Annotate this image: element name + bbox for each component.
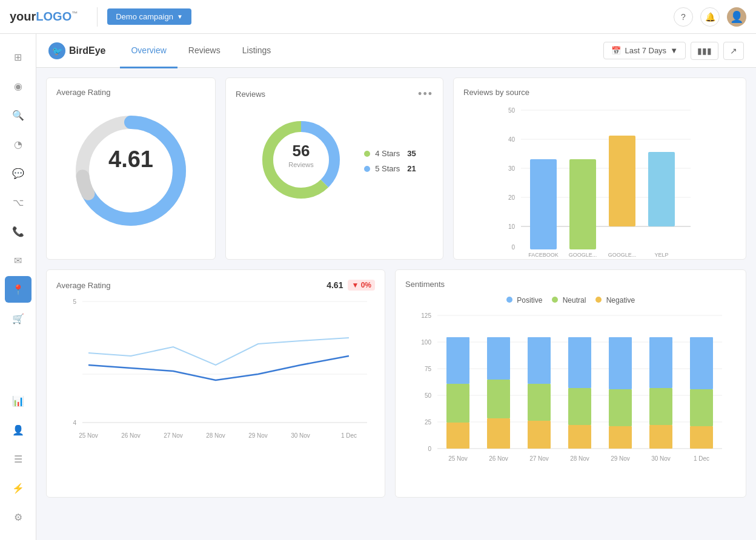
left-sidebar: ⊞ ◉ 🔍 ◔ 💬 ⌥ 📞 ✉ 📍 🛒 📊 👤 ☰ ⚡ ⚙ (0, 34, 36, 540)
home-icon: ⊞ (14, 51, 22, 63)
help-button[interactable]: ? (674, 7, 693, 27)
sidebar-item-list[interactable]: ☰ (5, 446, 31, 472)
content-area: 🐦 BirdEye Overview Reviews Listings 📅 La… (36, 34, 756, 540)
sub-nav: 🐦 BirdEye Overview Reviews Listings 📅 La… (36, 34, 756, 68)
sidebar-item-chat[interactable]: 💬 (5, 160, 31, 186)
sidebar-item-mail[interactable]: ✉ (5, 247, 31, 274)
bar2-pos (487, 337, 510, 380)
svg-text:GOOGLE...: GOOGLE... (608, 252, 637, 258)
sidebar-item-user[interactable]: 👤 (5, 417, 31, 443)
sub-nav-right: 📅 Last 7 Days ▼ ▮▮▮ ↗ (603, 42, 744, 60)
sentiment-legend: Positive Neutral Negative (405, 296, 736, 305)
svg-text:29 Nov: 29 Nov (248, 432, 268, 439)
bar-yelp (648, 152, 675, 226)
dashboard-icon: ◉ (14, 81, 22, 92)
tab-reviews[interactable]: Reviews (177, 35, 231, 68)
sidebar-item-funnel[interactable]: ⌥ (5, 189, 31, 216)
svg-text:30: 30 (508, 165, 516, 172)
bar4-pos (568, 337, 591, 388)
svg-text:25 Nov: 25 Nov (79, 432, 98, 439)
share-button[interactable]: ↗ (723, 42, 744, 60)
sidebar-item-cart[interactable]: 🛒 (5, 305, 31, 332)
bottom-row: Average Rating 4.61 ▼ 0% (46, 269, 746, 498)
positive-legend-item: Positive (506, 296, 542, 305)
svg-text:Reviews: Reviews (288, 161, 314, 168)
dashboard: Average Rating 4.61 (36, 68, 756, 540)
chat-icon: 💬 (12, 168, 24, 179)
divider (97, 7, 98, 27)
avg-rating-line-value: 4.61 (327, 280, 343, 290)
sidebar-item-settings[interactable]: ⚙ (5, 504, 31, 530)
donut-container: 4.61 (56, 104, 205, 237)
demo-campaign-label: Demo campaign (116, 12, 173, 21)
reviews-donut: 56 Reviews (253, 111, 350, 211)
svg-text:29 Nov: 29 Nov (611, 455, 630, 462)
bar1-neg (446, 423, 469, 449)
svg-text:4.61: 4.61 (108, 147, 153, 172)
demo-campaign-button[interactable]: Demo campaign ▼ (107, 8, 191, 25)
avg-rating-change-badge: ▼ 0% (348, 280, 375, 291)
logo-highlight: LOGO (36, 10, 71, 23)
search-icon: 🔍 (12, 110, 24, 121)
svg-text:28 Nov: 28 Nov (570, 455, 589, 462)
bar1-neu (446, 384, 469, 423)
svg-text:YELP: YELP (654, 252, 668, 258)
sidebar-item-home[interactable]: ⊞ (5, 44, 31, 70)
bar2-neu (487, 380, 510, 418)
positive-dot (506, 297, 512, 303)
svg-text:1 Dec: 1 Dec (341, 432, 357, 439)
tab-overview[interactable]: Overview (120, 35, 177, 68)
notification-button[interactable]: 🔔 (700, 7, 720, 27)
top-nav-right: ? 🔔 👤 (674, 7, 746, 27)
sidebar-item-dashboard[interactable]: ◉ (5, 73, 31, 99)
svg-text:125: 125 (421, 312, 431, 319)
svg-text:0: 0 (428, 446, 431, 452)
tab-listings[interactable]: Listings (231, 35, 282, 68)
bell-icon: 🔔 (705, 12, 715, 22)
svg-text:20: 20 (508, 194, 516, 201)
sub-nav-tabs: Overview Reviews Listings (120, 34, 282, 68)
line-upper (88, 338, 349, 365)
bar5-pos (609, 337, 632, 389)
avatar-icon: 👤 (730, 10, 743, 24)
sidebar-item-report[interactable]: 📊 (5, 387, 31, 414)
chart-view-button[interactable]: ▮▮▮ (691, 42, 718, 60)
5stars-dot (364, 166, 370, 172)
bar5-neg (609, 426, 632, 449)
more-options-button[interactable]: ••• (418, 88, 433, 100)
sidebar-item-phone[interactable]: 📞 (5, 218, 31, 245)
sidebar-item-search[interactable]: 🔍 (5, 102, 31, 128)
date-filter-button[interactable]: 📅 Last 7 Days ▼ (603, 42, 686, 59)
bar-google2 (609, 136, 635, 226)
svg-text:FACEBOOK: FACEBOOK (528, 252, 559, 258)
sidebar-item-location[interactable]: 📍 (5, 276, 31, 303)
chevron-down-icon: ▼ (670, 46, 678, 55)
reviews-legend: 4 Stars 35 5 Stars 21 (364, 149, 416, 173)
svg-text:26 Nov: 26 Nov (489, 455, 508, 462)
line-card-header: Average Rating 4.61 ▼ 0% (56, 280, 375, 291)
main-layout: ⊞ ◉ 🔍 ◔ 💬 ⌥ 📞 ✉ 📍 🛒 📊 👤 ☰ ⚡ ⚙ 🐦 BirdEye … (0, 34, 756, 540)
svg-text:1 Dec: 1 Dec (694, 455, 709, 462)
4stars-dot (364, 151, 370, 157)
sidebar-item-plugin[interactable]: ⚡ (5, 475, 31, 501)
chevron-down-icon: ▼ (177, 13, 183, 20)
svg-text:25: 25 (425, 419, 432, 426)
analytics-icon: ◔ (14, 139, 22, 150)
bar7-pos (690, 337, 713, 389)
svg-text:GOOGLE...: GOOGLE... (569, 252, 597, 258)
svg-text:50: 50 (425, 392, 432, 399)
bar6-pos (649, 337, 672, 388)
bar3-neg (528, 421, 551, 449)
location-icon: 📍 (12, 284, 24, 295)
mail-icon: ✉ (14, 255, 22, 266)
avatar[interactable]: 👤 (727, 7, 746, 27)
reviews-card: Reviews ••• 56 Reviews (225, 77, 443, 260)
reviews-by-source-title: Reviews by source (463, 88, 736, 97)
top-nav: yourLOGO™ Demo campaign ▼ ? 🔔 👤 (0, 0, 756, 34)
negative-dot (595, 297, 602, 303)
line-chart-svg: 5 4 25 Nov 26 Nov 27 Nov 28 Nov 29 Nov (56, 295, 375, 453)
sidebar-item-analytics[interactable]: ◔ (5, 131, 31, 157)
reviews-by-source-card: Reviews by source 50 40 (453, 77, 746, 260)
bar2-neg (487, 418, 510, 449)
bar7-neg (690, 426, 713, 449)
